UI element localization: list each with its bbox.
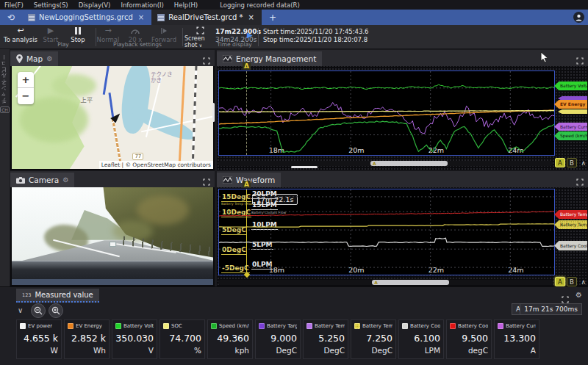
back-arrow-icon: ↩ <box>17 26 24 35</box>
cursor-a-marker[interactable]: A <box>243 62 251 70</box>
tag-battery-temp-max[interactable]: Battery Temp (Max) <box>554 210 587 219</box>
screenshot-button[interactable]: Screen shot ∨ <box>184 26 215 46</box>
menu-logging-recorded-data[interactable]: Logging recorded data(R) <box>220 1 300 9</box>
tag-battery-coolant-flow[interactable]: Battery Coolant Flow <box>554 241 587 250</box>
camera-video-frame[interactable] <box>12 187 213 285</box>
tag-battery-temp-min[interactable]: Battery Temp (Min) <box>554 220 587 229</box>
menu-file[interactable]: File(F) <box>4 1 24 9</box>
close-tab-icon[interactable]: × <box>247 13 256 21</box>
measured-card-battery-voltage[interactable]: Battery Voltag 350.030 V <box>112 319 157 359</box>
energy-panel-body: 18m 20m 22m 24m A Battery Voltage EV Ene… <box>217 66 588 170</box>
tag-ev-energy[interactable]: EV Energy <box>554 100 587 109</box>
measured-card-battery-current[interactable]: Battery Curre 13.300 A <box>494 319 539 359</box>
channel-color-chip <box>68 323 74 329</box>
gear-icon[interactable]: ⚙ <box>46 55 52 62</box>
card-unit: A <box>498 346 536 355</box>
measured-card-battery-target[interactable]: Battery Targe 9.000 DegC <box>255 319 301 359</box>
card-value: 13.300 <box>498 333 536 344</box>
toolbar-separator <box>258 28 259 46</box>
mouse-cursor <box>540 51 549 67</box>
map-panel-tab[interactable]: Map ⚙ <box>10 51 58 66</box>
tag-battery-current[interactable]: Battery Current <box>554 123 587 131</box>
magnifier-minus-icon <box>34 306 43 315</box>
card-label: Speed (km/h) <box>219 323 249 329</box>
card-value: 6.100 <box>402 333 440 344</box>
measured-card-battery-temp-1[interactable]: Battery Temp 5.250 DegC <box>303 319 348 359</box>
measured-card-ev-power[interactable]: EV power 4.655 k W <box>16 319 62 359</box>
card-value: 74.700 <box>163 333 201 344</box>
tab-label: NewLoggingSettings.grcd <box>39 13 133 21</box>
energy-panel-header: Energy Management <box>217 50 588 66</box>
card-label: EV power <box>28 323 52 329</box>
channel-color-chip <box>402 323 408 329</box>
tag-speed[interactable]: Speed (km/h) <box>554 131 587 140</box>
measured-card-ev-energy[interactable]: EV Energy 2.852 k Wh <box>64 319 110 359</box>
energy-scrollbar-track[interactable]: A <box>218 161 553 166</box>
cursor-a-marker[interactable]: A <box>243 181 251 188</box>
collapse-chevron-icon[interactable]: ∧ <box>581 278 586 286</box>
gear-icon[interactable]: ⚙ <box>576 291 582 299</box>
person-icon <box>576 14 582 21</box>
map-forest-patch <box>52 74 96 97</box>
magnifier-plus-icon <box>51 306 60 315</box>
horizontal-splitter-handle[interactable] <box>291 166 318 168</box>
to-analysis-button[interactable]: ↩ To analysis <box>1 26 40 46</box>
energy-chart-plot[interactable]: 18m 20m 22m 24m A <box>218 71 555 156</box>
camera-icon <box>16 177 25 184</box>
tag-soc-peek[interactable] <box>558 109 587 114</box>
waveform-cursor-a-button[interactable]: A <box>555 277 565 286</box>
time-play-arrow-icon[interactable]: ▶ <box>247 31 253 39</box>
map-attribution[interactable]: Leaflet | © OpenStreetMap contributors <box>99 161 213 169</box>
waveform-icon <box>223 176 232 184</box>
waveform-scrollbar-thumb[interactable]: A <box>372 280 449 285</box>
collapse-panel-chevron[interactable]: ∨ <box>18 306 23 314</box>
playback-toolbar: ↩ To analysis ▶ Start Stop → Normal 20 x… <box>0 25 588 49</box>
energy-cursor-a-button[interactable]: A <box>555 158 565 167</box>
tab-newloggingsettings[interactable]: NewLoggingSettings.grcd × <box>22 10 151 25</box>
menu-display[interactable]: Display(V) <box>79 1 111 9</box>
zoom-in-button[interactable] <box>49 303 63 318</box>
measured-value-tab[interactable]: 123 Measured value <box>16 289 99 303</box>
zoom-in-button[interactable]: + <box>18 72 34 88</box>
map-canvas[interactable]: 上平 テクノさかき 77 + − Leaflet | © OpenStreetM… <box>12 66 213 169</box>
energy-panel-tab[interactable]: Energy Management <box>217 51 322 66</box>
menu-settings[interactable]: Settings(S) <box>34 1 68 9</box>
collapse-chevron-icon[interactable]: ∧ <box>581 159 586 167</box>
gauge-icon <box>131 26 140 35</box>
card-label: Battery Coola <box>410 323 440 329</box>
measured-value-title: Measured value <box>35 291 93 299</box>
waveform-cursor-b-button[interactable]: B <box>567 277 577 286</box>
channel-color-chip <box>306 323 312 329</box>
new-tab-button[interactable]: + <box>262 10 284 25</box>
group-label-time: Time display <box>212 41 257 48</box>
map-panel: Map ⚙ 上平 テクノさかき 77 <box>10 50 215 170</box>
measured-cursor-time: 17m 21s 700ms <box>520 303 582 315</box>
channel-view-rail[interactable]: チャンネルビュー CH <box>0 49 10 286</box>
measured-card-battery-temp-2[interactable]: Battery Temp 7.250 DegC <box>351 319 396 359</box>
card-value: 49.360 <box>211 333 249 344</box>
measured-card-soc[interactable]: SOC 74.700 % <box>159 319 205 359</box>
channel-color-chip <box>115 323 121 329</box>
measured-card-speed[interactable]: Speed (km/h) 49.360 kph <box>207 319 253 359</box>
tag-battery-voltage[interactable]: Battery Voltage <box>554 82 587 90</box>
card-label: SOC <box>171 323 182 329</box>
tab-realdrivetest[interactable]: RealDriveTest.grcd * × <box>151 10 262 25</box>
zoom-out-button[interactable]: − <box>18 88 34 104</box>
camera-panel-tab[interactable]: Camera ⚙ <box>10 173 74 187</box>
menu-information[interactable]: Information(I) <box>121 1 163 9</box>
user-avatar[interactable] <box>573 12 584 23</box>
waveform-scrollbar-track[interactable]: A <box>218 280 553 285</box>
menu-bar: File(F) Settings(S) Display(V) Informati… <box>0 0 588 10</box>
card-unit: LPM <box>402 346 440 355</box>
energy-cursor-b-button[interactable]: B <box>567 158 577 167</box>
gear-icon[interactable]: ⚙ <box>62 176 68 184</box>
menu-help[interactable]: Help(H) <box>174 1 198 9</box>
waveform-chart-plot[interactable]: A 17m 22.1s 15DegC 10DegC 5DegC 0DegC -5… <box>218 189 555 275</box>
close-tab-icon[interactable]: × <box>137 13 146 21</box>
zoom-out-button[interactable] <box>31 303 46 318</box>
vertical-splitter-handle[interactable] <box>212 103 215 122</box>
measured-card-battery-coolant-flow[interactable]: Battery Coola 6.100 LPM <box>398 319 444 359</box>
tab-label: RealDriveTest.grcd * <box>168 13 243 21</box>
energy-scrollbar-thumb[interactable]: A <box>370 161 448 166</box>
measured-card-battery-coolant-temp[interactable]: Battery Coola 9.500 degC <box>446 319 492 359</box>
